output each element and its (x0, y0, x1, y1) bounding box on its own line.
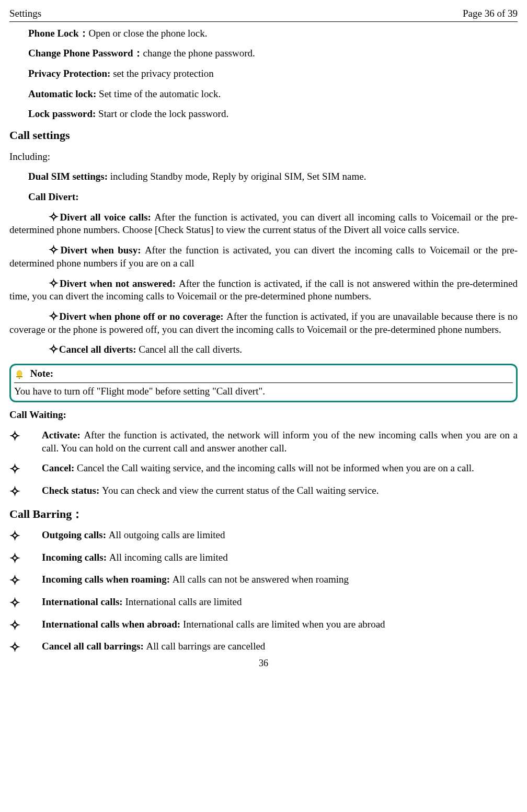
call-barring-heading: Call Barring： (9, 507, 518, 522)
call-waiting-check-item: ✧ Check status: You can check and view t… (9, 484, 518, 500)
header-title: Settings (9, 7, 41, 20)
diamond-icon: ✧ (7, 617, 44, 634)
call-waiting-activate-label: Activate: (42, 430, 84, 440)
diamond-icon: ✧ (7, 461, 44, 478)
cancel-all-diverts-label: Cancel all diverts: (59, 344, 139, 355)
page-header: Settings Page 36 of 39 (9, 7, 518, 22)
divert-no-coverage-item: ✧ Divert when phone off or no coverage: … (9, 310, 518, 336)
diamond-icon: ✧ (7, 639, 44, 656)
lock-password-text: Start or clode the lock password. (98, 108, 228, 119)
barring-international-abroad-item: ✧ International calls when abroad: Inter… (9, 618, 518, 633)
dual-sim-text: including Standby mode, Reply by origina… (110, 171, 366, 182)
barring-roaming-text: All calls can not be answered when roami… (173, 574, 349, 585)
diamond-icon: ✧ (7, 428, 44, 445)
barring-outgoing-text: All outgoing calls are limited (109, 529, 225, 540)
diamond-icon: ✧ (25, 342, 59, 357)
call-waiting-cancel-item: ✧ Cancel: Cancel the Call waiting servic… (9, 462, 518, 477)
call-waiting-cancel-label: Cancel: (42, 462, 77, 473)
call-waiting-activate-text: After the function is activated, the net… (42, 430, 518, 454)
diamond-icon: ✧ (7, 483, 44, 501)
svg-rect-1 (16, 376, 22, 377)
divert-busy-label: Divert when busy: (60, 245, 145, 256)
barring-incoming-item: ✧ Incoming calls: All incoming calls are… (9, 551, 518, 566)
divert-no-coverage-label: Divert when phone off or no coverage: (59, 311, 226, 322)
barring-cancel-all-item: ✧ Cancel all call barrings: All call bar… (9, 640, 518, 655)
call-waiting-check-label: Check status: (42, 485, 102, 496)
including-text: Including: (9, 150, 518, 164)
barring-roaming-label: Incoming calls when roaming: (42, 574, 173, 585)
bell-icon (14, 369, 25, 380)
note-divider (14, 382, 513, 383)
divert-not-answered-label: Divert when not answered: (60, 278, 179, 289)
note-body: You have to turn off "Flight mode" befor… (14, 386, 265, 397)
dual-sim-label: Dual SIM settings: (28, 171, 110, 182)
divert-all-voice-item: ✧ Divert all voice calls: After the func… (9, 211, 518, 237)
diamond-icon: ✧ (25, 276, 59, 292)
diamond-icon: ✧ (25, 210, 59, 225)
call-waiting-heading: Call Waiting: (9, 409, 518, 422)
phone-lock-text: Open or close the phone lock. (89, 28, 208, 39)
cancel-all-diverts-item: ✧ Cancel all diverts: Cancel all the cal… (9, 343, 518, 356)
note-box: Note: You have to turn off "Flight mode"… (9, 364, 518, 402)
barring-cancel-all-label: Cancel all call barrings: (42, 641, 146, 652)
dual-sim-item: Dual SIM settings: including Standby mod… (9, 170, 518, 183)
barring-incoming-text: All incoming calls are limited (109, 552, 228, 563)
call-waiting-check-text: You can check and view the current statu… (102, 485, 379, 496)
barring-incoming-label: Incoming calls: (42, 552, 109, 563)
call-divert-heading: Call Divert: (9, 191, 518, 204)
lock-password-item: Lock password: Start or clode the lock p… (9, 108, 518, 121)
divert-not-answered-item: ✧ Divert when not answered: After the fu… (9, 277, 518, 303)
call-waiting-cancel-text: Cancel the Call waiting service, and the… (77, 462, 474, 473)
phone-lock-label: Phone Lock： (28, 28, 89, 39)
change-password-text: change the phone password. (143, 48, 255, 59)
cancel-all-diverts-text: Cancel all the call diverts. (139, 344, 242, 355)
call-waiting-activate-item: ✧ Activate: After the function is activa… (9, 429, 518, 455)
barring-outgoing-item: ✧ Outgoing calls: All outgoing calls are… (9, 529, 518, 544)
change-password-label: Change Phone Password： (28, 48, 143, 59)
call-settings-heading: Call settings (9, 128, 518, 143)
diamond-icon: ✧ (7, 595, 44, 612)
barring-international-abroad-label: International calls when abroad: (42, 619, 183, 630)
change-password-item: Change Phone Password：change the phone p… (9, 47, 518, 60)
barring-international-text: International calls are limited (125, 596, 242, 607)
privacy-text: set the privacy protection (113, 68, 214, 79)
privacy-item: Privacy Protection: set the privacy prot… (9, 67, 518, 80)
divert-busy-item: ✧ Divert when busy: After the function i… (9, 244, 518, 270)
barring-international-label: International calls: (42, 596, 125, 607)
diamond-icon: ✧ (25, 309, 59, 324)
lock-password-label: Lock password: (28, 108, 98, 119)
svg-point-2 (19, 377, 20, 379)
barring-outgoing-label: Outgoing calls: (42, 529, 109, 540)
barring-international-item: ✧ International calls: International cal… (9, 596, 518, 611)
divert-all-voice-label: Divert all voice calls: (60, 212, 154, 223)
automatic-lock-label: Automatic lock: (28, 88, 99, 99)
automatic-lock-text: Set time of the automatic lock. (99, 88, 221, 99)
barring-cancel-all-text: All call barrings are cancelled (146, 641, 265, 652)
diamond-icon: ✧ (25, 243, 59, 258)
automatic-lock-item: Automatic lock: Set time of the automati… (9, 88, 518, 101)
diamond-icon: ✧ (7, 550, 44, 567)
svg-point-0 (17, 370, 22, 377)
phone-lock-item: Phone Lock：Open or close the phone lock. (9, 27, 518, 40)
privacy-label: Privacy Protection: (28, 68, 113, 79)
diamond-icon: ✧ (7, 572, 44, 589)
barring-roaming-item: ✧ Incoming calls when roaming: All calls… (9, 573, 518, 588)
note-title: Note: (30, 368, 53, 379)
page-number: 36 (9, 657, 518, 669)
diamond-icon: ✧ (7, 528, 44, 545)
barring-international-abroad-text: International calls are limited when you… (183, 619, 385, 630)
header-page-indicator: Page 36 of 39 (463, 7, 518, 20)
